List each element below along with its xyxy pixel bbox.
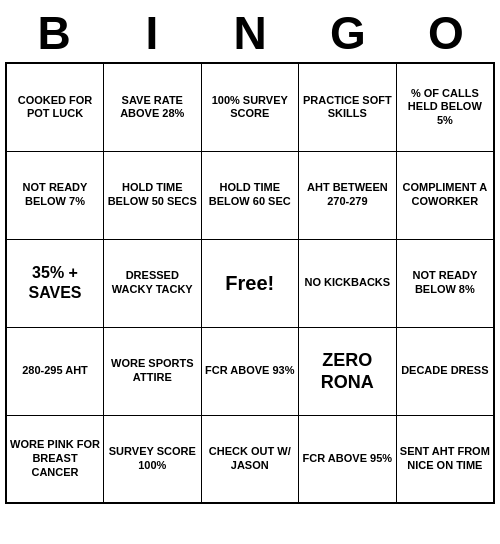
letter-g: G xyxy=(304,6,392,60)
cell-r0-c2: 100% SURVEY SCORE xyxy=(201,63,298,151)
bingo-title: B I N G O xyxy=(5,0,495,62)
cell-r3-c3: ZERO RONA xyxy=(299,327,397,415)
cell-r1-c1: HOLD TIME BELOW 50 SECS xyxy=(104,151,202,239)
cell-r0-c1: SAVE RATE ABOVE 28% xyxy=(104,63,202,151)
cell-r4-c0: WORE PINK FOR BREAST CANCER xyxy=(6,415,104,503)
letter-i: I xyxy=(108,6,196,60)
cell-r1-c3: AHT BETWEEN 270-279 xyxy=(299,151,397,239)
cell-r4-c4: SENT AHT FROM NICE ON TIME xyxy=(396,415,494,503)
cell-r2-c1: DRESSED WACKY TACKY xyxy=(104,239,202,327)
cell-r4-c2: CHECK OUT W/ JASON xyxy=(201,415,298,503)
cell-r1-c2: HOLD TIME BELOW 60 SEC xyxy=(201,151,298,239)
cell-r0-c4: % OF CALLS HELD BELOW 5% xyxy=(396,63,494,151)
cell-r2-c4: NOT READY BELOW 8% xyxy=(396,239,494,327)
cell-r4-c1: SURVEY SCORE 100% xyxy=(104,415,202,503)
cell-r2-c2: Free! xyxy=(201,239,298,327)
letter-n: N xyxy=(206,6,294,60)
cell-r0-c0: COOKED FOR POT LUCK xyxy=(6,63,104,151)
cell-r3-c0: 280-295 AHT xyxy=(6,327,104,415)
bingo-grid: COOKED FOR POT LUCKSAVE RATE ABOVE 28%10… xyxy=(5,62,495,504)
letter-b: B xyxy=(10,6,98,60)
cell-r3-c2: FCR ABOVE 93% xyxy=(201,327,298,415)
cell-r1-c0: NOT READY BELOW 7% xyxy=(6,151,104,239)
cell-r2-c0: 35% + SAVES xyxy=(6,239,104,327)
cell-r2-c3: NO KICKBACKS xyxy=(299,239,397,327)
cell-r0-c3: PRACTICE SOFT SKILLS xyxy=(299,63,397,151)
cell-r1-c4: COMPLIMENT A COWORKER xyxy=(396,151,494,239)
letter-o: O xyxy=(402,6,490,60)
cell-r3-c1: WORE SPORTS ATTIRE xyxy=(104,327,202,415)
cell-r4-c3: FCR ABOVE 95% xyxy=(299,415,397,503)
cell-r3-c4: DECADE DRESS xyxy=(396,327,494,415)
